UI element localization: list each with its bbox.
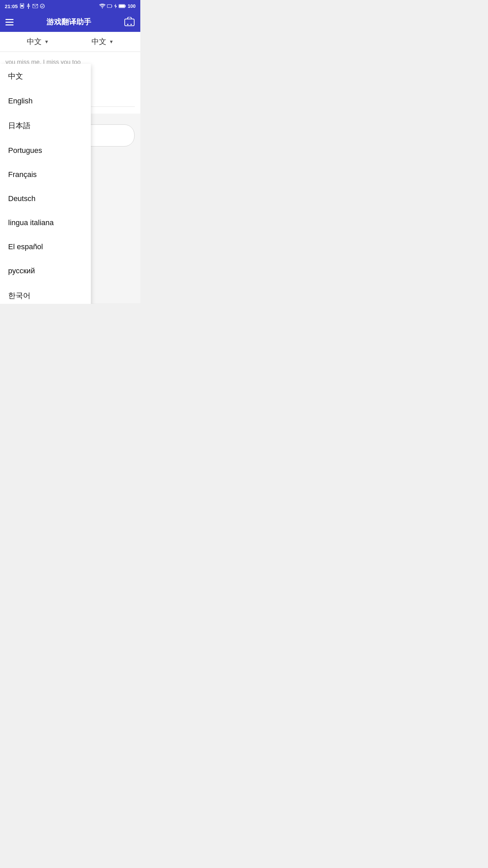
app-header: 游戏翻译助手	[0, 12, 140, 32]
cart-icon[interactable]	[124, 17, 135, 27]
wifi-icon	[99, 4, 105, 8]
lang-option-pt[interactable]: Portugues	[0, 139, 91, 163]
battery-outline-icon	[107, 4, 113, 8]
svg-rect-9	[107, 5, 111, 8]
hamburger-line-3	[5, 24, 14, 25]
svg-rect-15	[125, 19, 134, 26]
hamburger-line-1	[5, 19, 14, 20]
battery-fill-icon	[119, 4, 126, 8]
main-content: 中文 ▼ 中文 ▼ you miss me, I miss you too ↓ …	[0, 32, 140, 303]
target-language-dropdown[interactable]: 中文 ▼	[70, 37, 135, 47]
source-dropdown-arrow: ▼	[44, 39, 49, 44]
source-language-dropdown[interactable]: 中文 ▼	[5, 37, 70, 47]
language-dropdown-menu: 中文 English 日本語 Portugues Français Deutsc…	[0, 64, 91, 304]
app-title: 游戏翻译助手	[46, 17, 91, 27]
battery-level: 100	[128, 3, 136, 9]
status-right: 100	[99, 3, 136, 9]
svg-point-4	[27, 6, 28, 7]
source-language-label: 中文	[27, 37, 42, 47]
lang-option-en[interactable]: English	[0, 89, 91, 113]
lang-option-fr[interactable]: Français	[0, 163, 91, 187]
lang-option-zh[interactable]: 中文	[0, 64, 91, 89]
lang-option-es[interactable]: El español	[0, 235, 91, 259]
status-left: 21:05	[5, 3, 45, 9]
hamburger-button[interactable]	[5, 19, 14, 25]
sim-icon	[20, 3, 24, 9]
charging-icon	[114, 4, 117, 8]
svg-point-16	[127, 24, 128, 25]
lang-option-ko[interactable]: 한국어	[0, 283, 91, 304]
check-circle-icon	[40, 4, 45, 8]
lang-option-ja[interactable]: 日本語	[0, 113, 91, 139]
target-language-label: 中文	[92, 37, 106, 47]
hamburger-line-2	[5, 22, 14, 23]
status-bar: 21:05	[0, 0, 140, 12]
svg-point-5	[29, 6, 30, 7]
svg-marker-11	[114, 4, 117, 8]
lang-option-de[interactable]: Deutsch	[0, 187, 91, 211]
target-dropdown-arrow: ▼	[109, 39, 114, 44]
lang-option-ru[interactable]: русский	[0, 259, 91, 283]
svg-point-17	[130, 24, 132, 25]
usb-icon	[26, 3, 30, 9]
mail-icon	[33, 4, 38, 8]
svg-rect-13	[119, 5, 124, 7]
language-selector-row: 中文 ▼ 中文 ▼	[0, 32, 140, 52]
svg-rect-1	[21, 5, 23, 7]
status-time: 21:05	[5, 3, 18, 9]
lang-option-it[interactable]: lingua italiana	[0, 211, 91, 235]
